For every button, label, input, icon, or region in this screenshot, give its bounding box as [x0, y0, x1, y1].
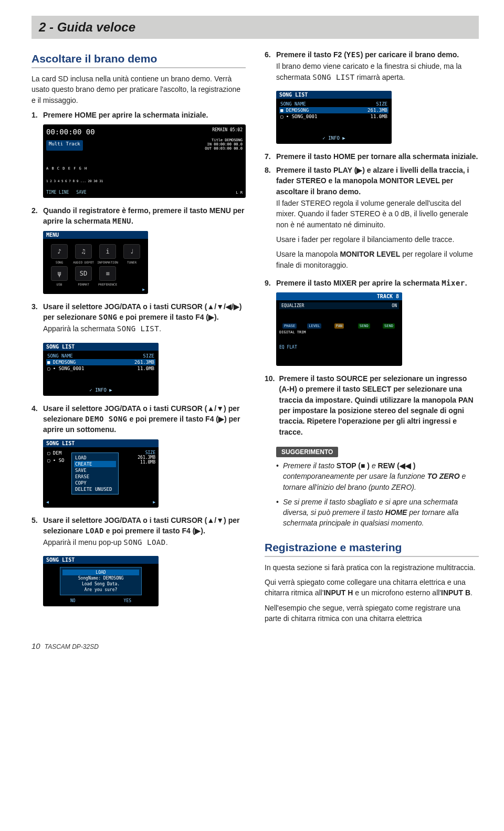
step-number: 9.: [265, 278, 272, 288]
intro: La card SD inclusa nella unità contiene …: [32, 73, 246, 106]
chapter-title: 2 - Guida veloce: [39, 20, 471, 35]
screenshot-mixer: TRACK 8 EQUALIZERON PHASE LEVEL PAN SEND…: [276, 292, 402, 366]
section-recording: Registrazione e mastering: [265, 541, 479, 557]
tips-list: Premere il tasto STOP (■ ) e REW (◀◀ ) c…: [276, 460, 479, 529]
tip-2: Se si preme il tasto sbagliato e si apre…: [276, 497, 479, 529]
screenshot-home: 00:00:00 00 REMAIN 05:02 Multi Track Tit…: [43, 124, 246, 198]
step-5: 5. Usare il selettore JOG/DATA o i tasti…: [32, 515, 246, 552]
screenshot-songlist-2: SONG LIST SONG NAMESIZE ■ DEMOSONG261.3M…: [276, 91, 392, 144]
step-number: 7.: [265, 151, 272, 162]
section-listen: Ascoltare il brano demo: [32, 52, 246, 68]
step-4: 4. Usare il selettore JOG/DATA o i tasti…: [32, 403, 246, 435]
step-8: 8. Premere il tasto PLAY (▶) e alzare i …: [265, 165, 479, 275]
screenshot-songload: SONG LIST LOAD SongName: DEMOSONG Load S…: [43, 556, 159, 606]
step-9: 9. Premere il tasto MIXER per aprire la …: [265, 278, 479, 288]
chapter-header: 2 - Guida veloce: [32, 16, 479, 39]
footer: 10 TASCAM DP-32SD: [32, 641, 479, 650]
page-number: 10: [32, 641, 40, 650]
step-number: 6.: [265, 49, 272, 87]
screenshot-menu: MENU ♪SONG♫AUDIO DEPOTiINFORMATION♩TUNER…: [43, 231, 148, 294]
step-7: 7. Premere il tasto HOME per tornare all…: [265, 151, 479, 162]
left-column: Ascoltare il brano demo La card SD inclu…: [32, 49, 246, 628]
step-number: 10.: [265, 373, 275, 437]
step-number: 8.: [265, 165, 272, 275]
step-2: 2. Quando il registratore è fermo, preme…: [32, 205, 246, 227]
screenshot-songlist-popup: SONG LIST ▢ DEM ▢ • SO LOADCREATESAVEERA…: [43, 439, 159, 508]
product-name: TASCAM DP-32SD: [45, 643, 99, 650]
tip-1: Premere il tasto STOP (■ ) e REW (◀◀ ) c…: [276, 460, 479, 492]
rec-p3: Nell'esempio che segue, verrà spiegato c…: [265, 603, 479, 624]
tip-label: SUGGERIMENTO: [276, 447, 338, 457]
step-number: 1.: [32, 110, 39, 120]
screenshot-songlist-1: SONG LIST SONG NAMESIZE ■ DEMOSONG261.3M…: [43, 343, 159, 396]
step-3: 3. Usare il selettore JOG/DATA o i tasti…: [32, 301, 246, 339]
right-column: 6. Premere il tasto F2 (YES) per caricar…: [265, 49, 479, 628]
step-10: 10. Premere il tasto SOURCE per selezion…: [265, 373, 479, 437]
rec-p1: In questa sezione si farà pratica con la…: [265, 562, 479, 573]
rec-p2: Qui verrà spiegato come collegare una ch…: [265, 577, 479, 598]
step-6: 6. Premere il tasto F2 (YES) per caricar…: [265, 49, 479, 87]
step-number: 5.: [32, 515, 39, 552]
step-number: 4.: [32, 403, 39, 435]
step-number: 2.: [32, 205, 39, 227]
step-1: 1. Premere HOME per aprire la schermata …: [32, 110, 246, 120]
step-number: 3.: [32, 301, 39, 339]
